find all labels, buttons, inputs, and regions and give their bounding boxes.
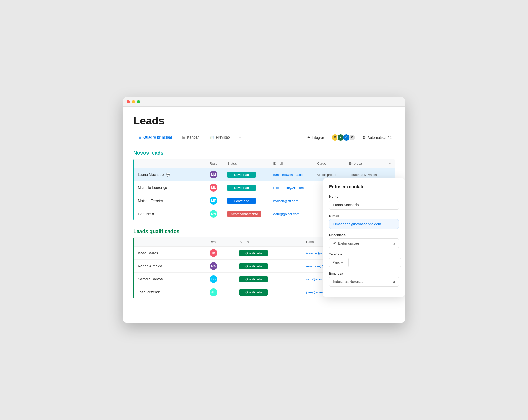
- resp-avatar: JR: [210, 288, 217, 296]
- tab-kanban-label: Kanban: [187, 135, 199, 139]
- tab-right-actions: ✦ Integrar M X O +2 ⚙ Automatizar / 2: [304, 133, 395, 141]
- more-menu-button[interactable]: ···: [389, 118, 395, 124]
- prioridade-select-left: 👁 Exibir opções: [333, 241, 360, 245]
- col-resp-header: Resp.: [206, 159, 224, 168]
- cell-resp: IB: [206, 247, 236, 260]
- empresa-select-wrapper: Indústrias Nevasca ▾: [329, 277, 399, 287]
- telefone-label: Telefone: [329, 252, 399, 256]
- cell-name: Samara Santos: [134, 273, 206, 286]
- cell-resp: ML: [206, 181, 224, 194]
- status-badge: Novo lead: [227, 185, 256, 191]
- resp-avatar: LM: [210, 171, 217, 178]
- col-email-header: E-mail: [270, 159, 313, 168]
- resp-avatar: DN: [210, 210, 217, 218]
- tab-kanban[interactable]: ⊟ Kanban: [177, 133, 205, 142]
- status-badge: Qualificado: [239, 263, 268, 269]
- resp-avatar: SS: [210, 275, 217, 283]
- integration-avatars: M X O +2: [331, 134, 356, 141]
- automate-button[interactable]: ⚙ Automatizar / 2: [360, 134, 395, 141]
- cell-name: Renan Almeida: [134, 260, 206, 273]
- resp-avatar: IB: [210, 249, 217, 257]
- col-cargo-header: Cargo: [313, 159, 345, 168]
- status-badge: Acompanhamento: [227, 211, 262, 217]
- cell-resp: LM: [206, 168, 224, 181]
- automate-label: Automatizar / 2: [368, 135, 392, 140]
- tab-quadro-label: Quadro principal: [143, 135, 172, 139]
- country-chevron-icon: ▾: [341, 260, 343, 265]
- resp-avatar: ML: [210, 184, 217, 192]
- cell-resp: DN: [206, 207, 224, 220]
- empresa-chevron-icon: ▾: [393, 280, 395, 284]
- tab-quadro-principal[interactable]: ⊞ Quadro principal: [133, 133, 177, 142]
- phone-number-input[interactable]: [348, 258, 401, 267]
- email-link[interactable]: maicon@sff.com: [273, 199, 298, 203]
- email-link[interactable]: lumacho@caltda.com: [273, 173, 306, 177]
- cell-name: Isaac Barros: [134, 247, 206, 260]
- titlebar: [123, 97, 405, 107]
- kanban-icon: ⊟: [182, 135, 185, 139]
- ql-col-resp-header: Resp.: [206, 237, 236, 247]
- avatar-count: +2: [349, 134, 356, 141]
- main-content: Leads ··· ⊞ Quadro principal ⊟ Kanban 📊 …: [123, 107, 405, 317]
- tabs-bar: ⊞ Quadro principal ⊟ Kanban 📊 Previsão +…: [133, 132, 395, 143]
- status-badge: Qualificado: [239, 276, 268, 282]
- tab-previsao[interactable]: 📊 Previsão: [205, 133, 235, 142]
- cell-name: Dani Neto: [134, 207, 206, 220]
- cell-name: José Rezende: [134, 286, 206, 299]
- col-add-header[interactable]: +: [384, 159, 395, 168]
- close-button[interactable]: [127, 100, 130, 103]
- country-selector[interactable]: País ▾: [329, 258, 346, 267]
- status-badge: Contatado: [227, 198, 256, 204]
- email-link[interactable]: dani@golder.com: [273, 212, 299, 216]
- email-input[interactable]: [329, 219, 399, 229]
- telefone-field-group: Telefone País ▾: [329, 252, 399, 267]
- cell-resp: MF: [206, 194, 224, 207]
- cell-status: Qualificado: [236, 273, 302, 286]
- tab-previsao-label: Previsão: [216, 135, 230, 139]
- cell-email: lumacho@caltda.com: [270, 168, 313, 181]
- status-badge: Novo lead: [227, 172, 256, 178]
- status-badge: Qualificado: [239, 289, 268, 296]
- prioridade-field-group: Prioridade 👁 Exibir opções ▾: [329, 233, 399, 248]
- minimize-button[interactable]: [132, 100, 135, 103]
- email-link[interactable]: mlourenco@zift.com: [273, 186, 304, 190]
- nome-field-group: Nome: [329, 195, 399, 210]
- prioridade-label: Prioridade: [329, 233, 399, 237]
- cell-status: Qualificado: [236, 247, 302, 260]
- ql-col-name-header: [134, 237, 206, 247]
- email-label: E-mail: [329, 214, 399, 218]
- cell-email: maicon@sff.com: [270, 194, 313, 207]
- cell-resp: JR: [206, 286, 236, 299]
- maximize-button[interactable]: [137, 100, 140, 103]
- automate-icon: ⚙: [363, 135, 366, 140]
- add-tab-button[interactable]: +: [235, 132, 245, 143]
- panel-title: Entre em contato: [329, 184, 399, 190]
- phone-row: País ▾: [329, 258, 399, 267]
- page-title: Leads: [133, 115, 164, 127]
- traffic-lights: [127, 100, 140, 103]
- empresa-label: Empresa: [329, 271, 399, 275]
- col-status-header: Status: [224, 159, 270, 168]
- cell-name: Michelle Lourenço: [134, 181, 206, 194]
- cell-resp: SS: [206, 273, 236, 286]
- resp-avatar: MF: [210, 197, 217, 205]
- country-label: País: [332, 260, 340, 265]
- integrate-icon: ✦: [307, 135, 310, 140]
- nome-input[interactable]: [329, 200, 399, 210]
- app-window: Leads ··· ⊞ Quadro principal ⊟ Kanban 📊 …: [123, 97, 405, 323]
- integrate-button[interactable]: ✦ Integrar: [304, 133, 327, 141]
- empresa-field-group: Empresa Indústrias Nevasca ▾: [329, 271, 399, 287]
- cell-status: Qualificado: [236, 260, 302, 273]
- resp-avatar: RA: [210, 262, 217, 270]
- chat-icon[interactable]: 💬: [165, 171, 172, 178]
- prioridade-select[interactable]: 👁 Exibir opções ▾: [329, 238, 399, 248]
- col-name-header: [134, 159, 206, 168]
- chevron-down-icon: ▾: [393, 242, 395, 245]
- contact-side-panel: Entre em contato Nome E-mail Prioridade …: [323, 178, 405, 297]
- empresa-select[interactable]: Indústrias Nevasca ▾: [329, 277, 399, 287]
- cell-status: Novo lead: [224, 181, 270, 194]
- novos-leads-header: Resp. Status E-mail Cargo Empresa +: [134, 159, 395, 168]
- email-field-group: E-mail: [329, 214, 399, 229]
- chart-icon: 📊: [210, 135, 214, 139]
- integrate-label: Integrar: [312, 135, 324, 140]
